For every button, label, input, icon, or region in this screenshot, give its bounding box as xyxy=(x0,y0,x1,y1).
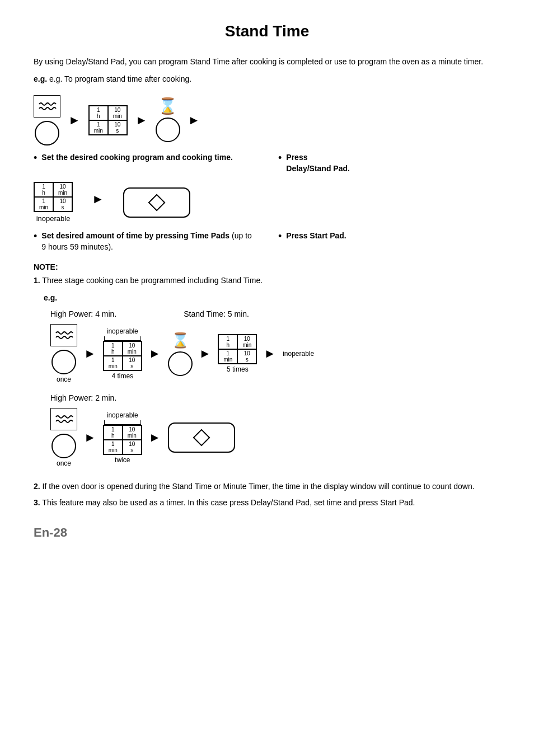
second-diagram-row: 1h 10min 1min 10s inoperable ► xyxy=(34,182,500,223)
tp-10s: 10s xyxy=(108,120,127,135)
twice-label: twice xyxy=(115,456,130,464)
time-pad4[interactable]: 1h 10min 1min 10s xyxy=(218,334,257,364)
time-pad1[interactable]: 1h 10min 1min 10s xyxy=(88,105,128,135)
inoperable-text3: inoperable xyxy=(107,411,138,419)
hg-circle2[interactable] xyxy=(168,351,193,376)
press-label: Press xyxy=(286,153,307,162)
arrow5: ► xyxy=(84,346,96,361)
note2-text: 2. If the oven door is opened during the… xyxy=(34,481,500,492)
arrow8: ► xyxy=(264,346,276,361)
inoperable-label1: inoperable xyxy=(36,214,71,223)
set-desired-bold: Set desired amount of time by pressing T… xyxy=(41,231,229,240)
top-diagram-row: ► 1h 10min 1min 10s ► ⌛ ► xyxy=(34,95,500,145)
diagram-row3: once ► inoperable 1h 10min 1min 10s twic… xyxy=(50,408,500,467)
arrow4: ► xyxy=(92,192,104,206)
bullet1-right: • Press Delay/Stand Pad. xyxy=(278,152,500,174)
tp4-10s: 10s xyxy=(237,349,256,364)
arrow9: ► xyxy=(84,430,96,445)
bullet-section2: • Set desired amount of time by pressing… xyxy=(34,231,500,252)
inoperable-text2: inoperable xyxy=(107,327,138,335)
eg-bold: e.g. xyxy=(34,74,47,83)
tp2-10min: 10min xyxy=(53,182,72,197)
once-label2: once xyxy=(57,459,71,467)
diamond-icon2 xyxy=(193,429,210,447)
mw-group2: once xyxy=(50,324,77,383)
microwave-circle-btn[interactable] xyxy=(35,121,59,145)
microwave-group xyxy=(34,95,60,145)
note-header: NOTE: xyxy=(34,262,500,271)
arrow6: ► xyxy=(149,346,161,361)
five-times-label: 5 times xyxy=(227,365,249,373)
once-label1: once xyxy=(57,375,71,383)
tp-inop-group2: inoperable 1h 10min 1min 10s 4 times xyxy=(103,327,142,380)
time-pad5[interactable]: 1h 10min 1min 10s xyxy=(103,425,142,455)
bullet1-right-text: Press Delay/Stand Pad. xyxy=(286,152,350,174)
delay-stand-label: Delay/Stand Pad. xyxy=(286,164,350,173)
note2-content: If the oven door is opened during the St… xyxy=(43,482,475,491)
tp5-10s: 10s xyxy=(123,440,142,454)
start-pad-group2 xyxy=(168,422,235,453)
tp3-1min: 1min xyxy=(104,356,123,370)
note1-content: Three stage cooking can be programmed in… xyxy=(42,276,263,285)
bullet2-left-text: Set desired amount of time by pressing T… xyxy=(41,231,256,252)
hourglass-icon1: ⌛ xyxy=(158,98,177,114)
tp3-10s: 10s xyxy=(123,356,142,370)
time-pad3[interactable]: 1h 10min 1min 10s xyxy=(103,341,142,371)
hourglass-icon2: ⌛ xyxy=(171,332,189,349)
tp-1h: 1h xyxy=(89,106,108,120)
microwave-icon xyxy=(34,95,60,118)
diamond-icon xyxy=(148,194,165,212)
bullet1-left-text: Set the desired cooking program and cook… xyxy=(41,152,233,163)
bullet1-left: • Set the desired cooking program and co… xyxy=(34,152,256,165)
tp-inop-group3: inoperable 1h 10min 1min 10s twice xyxy=(103,411,142,464)
diagram-row2: once ► inoperable 1h 10min 1min 10s 4 ti… xyxy=(50,324,500,383)
tp4-10min: 10min xyxy=(237,335,256,349)
arrow7: ► xyxy=(199,346,212,361)
hourglass-circle-btn[interactable] xyxy=(156,118,180,142)
mw-circle3[interactable] xyxy=(51,434,76,458)
mw-group3: once xyxy=(50,408,77,467)
tp4-1min: 1min xyxy=(218,349,237,364)
time-pad2[interactable]: 1h 10min 1min 10s xyxy=(34,182,73,212)
tp5-1h: 1h xyxy=(104,425,123,440)
note3-num: 3. xyxy=(34,498,40,507)
tp3-10min: 10min xyxy=(123,341,142,356)
mw-circle2[interactable] xyxy=(51,350,76,374)
start-pad[interactable] xyxy=(123,187,190,218)
notes-container: 2. If the oven door is opened during the… xyxy=(34,481,500,509)
eg-intro: e.g. e.g. To program stand time after co… xyxy=(34,73,500,85)
inoperable-bracket2 xyxy=(104,336,141,341)
tp2-1min: 1min xyxy=(34,197,53,212)
start-pad2[interactable] xyxy=(168,422,235,453)
time-pad-inoperable-group: 1h 10min 1min 10s inoperable xyxy=(34,182,73,223)
mw-icon2 xyxy=(50,324,77,346)
hg-group2: ⌛ xyxy=(168,332,193,376)
high-power-4-label: High Power: 4 min. xyxy=(50,309,116,318)
wave-icon-svg xyxy=(37,98,57,115)
tp-group4: 1h 10min 1min 10s 5 times xyxy=(218,334,257,373)
bullet-dot4: • xyxy=(278,231,282,243)
sub-diagram-1: High Power: 4 min. Stand Time: 5 min. on… xyxy=(50,309,500,383)
start-pad-group xyxy=(123,187,190,218)
tp-1min: 1min xyxy=(89,120,108,135)
note3-content: This feature may also be used as a timer… xyxy=(42,498,415,507)
page-number: En-28 xyxy=(34,525,500,540)
intro-paragraph: By using Delay/Stand Pad, you can progra… xyxy=(34,56,500,68)
bullet2-right: • Press Start Pad. xyxy=(278,231,500,243)
hp2-label: High Power: 2 min. xyxy=(50,393,500,402)
tp2-10s: 10s xyxy=(53,197,72,212)
page-title: Stand Time xyxy=(34,22,500,40)
eg2-bold: e.g. xyxy=(44,293,57,302)
mw-icon3 xyxy=(50,408,77,430)
four-times-label: 4 times xyxy=(111,372,133,380)
bullet-dot1: • xyxy=(34,152,37,165)
bullet-section1: • Set the desired cooking program and co… xyxy=(34,152,500,174)
time-pad-group1: 1h 10min 1min 10s xyxy=(88,105,128,135)
tp5-10min: 10min xyxy=(123,425,142,440)
wave-svg2 xyxy=(54,327,74,344)
arrow10: ► xyxy=(149,430,161,445)
tp4-1h: 1h xyxy=(218,335,237,349)
hourglass-group1: ⌛ xyxy=(156,98,180,142)
arrow3: ► xyxy=(188,113,200,128)
sub-diagram-2: once ► inoperable 1h 10min 1min 10s twic… xyxy=(50,408,500,467)
